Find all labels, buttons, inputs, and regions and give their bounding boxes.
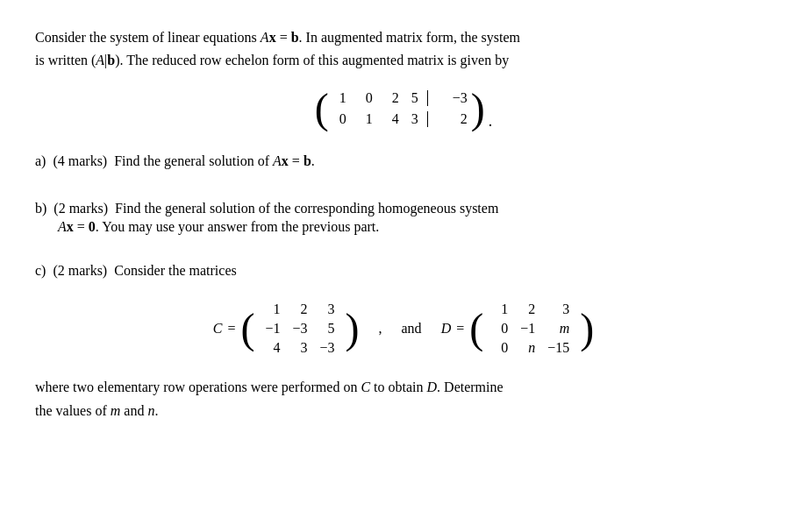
d20: 0 — [494, 340, 508, 356]
intro-paragraph: Consider the system of linear equations … — [35, 26, 772, 71]
d12: m — [547, 321, 569, 337]
d-matrix-grid: 1 2 3 0 −1 m 0 n −15 — [489, 298, 575, 359]
m02: 2 — [385, 90, 399, 106]
m14: 2 — [453, 111, 468, 127]
part-a-text: Find the general solution of Ax = b. — [114, 153, 315, 168]
part-b-letter: b) — [35, 201, 54, 216]
c-right-paren: ) — [346, 308, 360, 350]
part-b-label: b) (2 marks) Find the general solution o… — [35, 197, 772, 220]
m03: 5 — [411, 90, 428, 106]
part-c-letter: c) — [35, 263, 53, 278]
part-a-label: a) (4 marks) Find the general solution o… — [35, 150, 772, 173]
intro-text-1: Consider the system of linear equations … — [35, 30, 520, 45]
d-right-paren: ) — [580, 308, 594, 350]
bottom-line2: the values of m and n. — [35, 403, 158, 418]
c-matrix-grid: 1 2 3 −1 −3 5 4 3 −3 — [260, 298, 339, 359]
part-b: b) (2 marks) Find the general solution o… — [35, 197, 772, 236]
matrices-row: C = ( 1 2 3 −1 −3 5 4 3 −3 ) , and — [35, 298, 772, 359]
matrix-wrapper: ( 1 0 2 5 −3 0 1 4 3 2 ) . — [315, 85, 493, 132]
m00: 1 — [332, 90, 346, 106]
part-c-label: c) (2 marks) Consider the matrices — [35, 259, 772, 282]
c02: 3 — [320, 301, 335, 317]
intro-text-2: is written (A|b). The reduced row echelo… — [35, 53, 509, 67]
m01: 0 — [359, 90, 373, 106]
c-equals: = — [227, 321, 235, 337]
c12: 5 — [320, 321, 335, 337]
part-c-bottom: where two elementary row operations were… — [35, 375, 772, 422]
c20: 4 — [265, 340, 280, 356]
c21: 3 — [292, 340, 307, 356]
part-b-text2: Ax = 0. You may use your answer from the… — [58, 219, 379, 234]
m13: 3 — [411, 111, 428, 127]
matrix-d-eq: D = ( 1 2 3 0 −1 m 0 n −15 ) — [441, 298, 595, 359]
c-left-paren: ( — [240, 308, 254, 350]
part-a-letter: a) — [35, 153, 53, 168]
d-left-paren: ( — [469, 308, 483, 350]
page-content: Consider the system of linear equations … — [35, 26, 772, 422]
bottom-line1: where two elementary row operations were… — [35, 379, 503, 394]
d-label: D — [441, 321, 452, 337]
c-label: C — [213, 321, 223, 337]
m12: 4 — [385, 111, 399, 127]
right-paren: ) — [471, 88, 485, 130]
d21: n — [520, 340, 535, 356]
and-word: and — [402, 321, 422, 337]
aug-matrix-grid: 1 0 2 5 −3 0 1 4 3 2 — [329, 85, 471, 132]
part-c: c) (2 marks) Consider the matrices C = (… — [35, 259, 772, 422]
c00: 1 — [265, 301, 280, 317]
part-b-marks: (2 marks) — [54, 201, 108, 216]
m04: −3 — [453, 90, 468, 106]
c10: −1 — [265, 321, 280, 337]
d22: −15 — [547, 340, 569, 356]
part-c-marks: (2 marks) — [53, 263, 107, 278]
m11: 1 — [359, 111, 373, 127]
matrix-c-eq: C = ( 1 2 3 −1 −3 5 4 3 −3 ) — [213, 298, 360, 359]
left-paren: ( — [315, 88, 329, 130]
matrix-period: . — [489, 112, 493, 132]
d10: 0 — [494, 321, 508, 337]
d02: 3 — [547, 301, 569, 317]
and-text: , — [379, 321, 382, 337]
c22: −3 — [320, 340, 335, 356]
d01: 2 — [520, 301, 535, 317]
part-a: a) (4 marks) Find the general solution o… — [35, 150, 772, 173]
part-a-marks: (4 marks) — [53, 153, 107, 168]
part-b-line2: Ax = 0. You may use your answer from the… — [58, 219, 772, 235]
d00: 1 — [494, 301, 508, 317]
d11: −1 — [520, 321, 535, 337]
augmented-matrix-display: ( 1 0 2 5 −3 0 1 4 3 2 ) . — [35, 85, 772, 132]
c01: 2 — [292, 301, 307, 317]
m10: 0 — [332, 111, 346, 127]
part-b-text1: Find the general solution of the corresp… — [115, 201, 498, 216]
part-c-text: Consider the matrices — [114, 263, 237, 278]
d-equals: = — [456, 321, 464, 337]
c11: −3 — [292, 321, 307, 337]
